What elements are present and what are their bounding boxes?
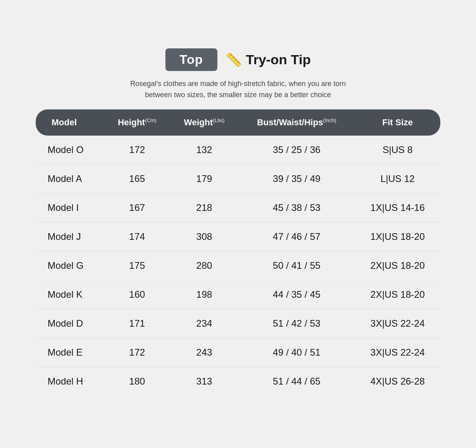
subtitle: Rosegal's clothes are made of high-stret… [36,78,440,101]
cell-1: 174 [104,222,170,251]
cell-2: 243 [170,338,238,367]
cell-0: Model D [36,309,104,338]
cell-1: 171 [104,309,170,338]
cell-1: 180 [104,367,170,396]
table-row: Model O17213235 / 25 / 36S|US 8 [36,136,440,165]
table-row: Model H18031351 / 44 / 654X|US 26-28 [36,367,440,396]
cell-1: 165 [104,165,170,193]
try-on-tip-label: 📏 Try-on Tip [225,52,311,67]
cell-2: 218 [170,193,238,222]
cell-4: 3X|US 22-24 [355,338,440,367]
table-row: Model E17224349 / 40 / 513X|US 22-24 [36,338,440,367]
table-row: Model D17123451 / 42 / 533X|US 22-24 [36,309,440,338]
cell-4: L|US 12 [355,165,440,193]
cell-3: 44 / 35 / 45 [238,280,355,309]
col-weight: Weight(Lbs) [170,109,238,136]
table-row: Model J17430847 / 46 / 571X|US 18-20 [36,222,440,251]
cell-3: 50 / 41 / 55 [238,251,355,280]
cell-3: 39 / 35 / 49 [238,165,355,193]
cell-4: 2X|US 18-20 [355,251,440,280]
cell-1: 160 [104,280,170,309]
cell-0: Model O [36,136,104,165]
cell-4: 1X|US 18-20 [355,222,440,251]
cell-4: 2X|US 18-20 [355,280,440,309]
table-row: Model I16721845 / 38 / 531X|US 14-16 [36,193,440,222]
table-row: Model K16019844 / 35 / 452X|US 18-20 [36,280,440,309]
cell-3: 35 / 25 / 36 [238,136,355,165]
cell-4: S|US 8 [355,136,440,165]
col-model: Model [36,109,104,136]
table-row: Model A16517939 / 35 / 49L|US 12 [36,165,440,193]
cell-0: Model A [36,165,104,193]
col-fit: Fit Size [355,109,440,136]
cell-2: 179 [170,165,238,193]
cell-1: 175 [104,251,170,280]
model-table: Model Height(Cm) Weight(Lbs) Bust/Waist/… [36,109,440,396]
cell-2: 280 [170,251,238,280]
cell-1: 172 [104,136,170,165]
cell-0: Model H [36,367,104,396]
cell-0: Model K [36,280,104,309]
cell-3: 49 / 40 / 51 [238,338,355,367]
cell-3: 45 / 38 / 53 [238,193,355,222]
header-row: Top 📏 Try-on Tip [36,48,440,71]
table-header-row: Model Height(Cm) Weight(Lbs) Bust/Waist/… [36,109,440,136]
cell-4: 4X|US 26-28 [355,367,440,396]
cell-0: Model J [36,222,104,251]
col-bwh: Bust/Waist/Hips(Inch) [238,109,355,136]
cell-2: 234 [170,309,238,338]
cell-1: 167 [104,193,170,222]
cell-2: 198 [170,280,238,309]
cell-3: 51 / 42 / 53 [238,309,355,338]
cell-4: 3X|US 22-24 [355,309,440,338]
cell-4: 1X|US 14-16 [355,193,440,222]
cell-2: 308 [170,222,238,251]
cell-2: 313 [170,367,238,396]
cell-0: Model E [36,338,104,367]
cell-3: 47 / 46 / 57 [238,222,355,251]
main-container: Top 📏 Try-on Tip Rosegal's clothes are m… [20,36,456,412]
col-height: Height(Cm) [104,109,170,136]
cell-0: Model I [36,193,104,222]
top-badge: Top [165,48,217,71]
cell-2: 132 [170,136,238,165]
cell-0: Model G [36,251,104,280]
ruler-icon: 📏 [225,52,242,67]
table-row: Model G17528050 / 41 / 552X|US 18-20 [36,251,440,280]
cell-3: 51 / 44 / 65 [238,367,355,396]
cell-1: 172 [104,338,170,367]
